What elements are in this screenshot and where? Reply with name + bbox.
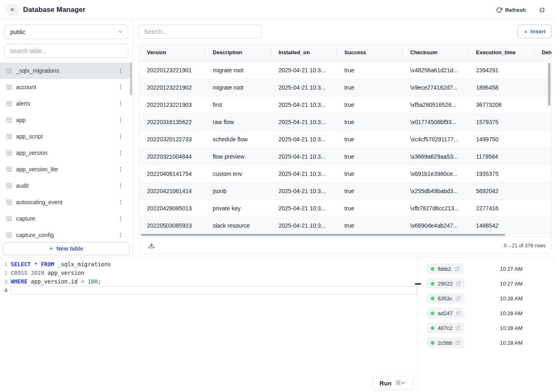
history-item-fbbb2[interactable]: fbbb210:27 AM bbox=[418, 261, 555, 276]
history-item-29022[interactable]: 2902210:27 AM bbox=[418, 276, 555, 291]
kebab-menu-icon[interactable] bbox=[117, 231, 124, 239]
table-row[interactable]: 20220421061414jsonb2025-04-21 10:3...tru… bbox=[139, 182, 552, 200]
table-search-input[interactable] bbox=[4, 44, 128, 58]
insert-row-button[interactable]: + Insert bbox=[518, 25, 552, 38]
column-header-checksum[interactable]: Checksum bbox=[402, 44, 468, 61]
history-item-ad247[interactable]: ad24710:28 AM bbox=[418, 306, 555, 321]
table-name: account bbox=[16, 84, 36, 90]
table-row[interactable]: 20220316135622raw flow2025-04-21 10:3...… bbox=[139, 113, 552, 131]
schema-select[interactable]: public bbox=[4, 25, 128, 39]
table-row[interactable]: 20220320122733schedule flow2025-04-21 10… bbox=[139, 131, 552, 148]
table-row[interactable]: 20220123221901migrate root2025-04-21 10:… bbox=[139, 62, 552, 79]
kebab-menu-icon[interactable] bbox=[117, 182, 124, 189]
table-row[interactable]: 20220321004844flow preview2025-04-21 10:… bbox=[139, 148, 552, 165]
table-cell: true bbox=[337, 131, 402, 148]
run-id-pill[interactable]: 6353c bbox=[427, 293, 464, 304]
column-header-success[interactable]: Success bbox=[337, 44, 402, 61]
external-link-icon[interactable] bbox=[455, 266, 460, 271]
code-line-4[interactable]: 4 bbox=[0, 286, 418, 295]
active-line-cursor[interactable] bbox=[11, 286, 417, 295]
external-link-icon[interactable] bbox=[456, 281, 461, 286]
horizontal-scrollbar[interactable] bbox=[141, 234, 505, 236]
column-header-version[interactable]: Version bbox=[139, 44, 205, 61]
kebab-menu-icon[interactable] bbox=[117, 215, 124, 222]
download-button[interactable] bbox=[147, 242, 156, 250]
kebab-menu-icon[interactable] bbox=[117, 133, 124, 140]
new-table-button[interactable]: + New table bbox=[3, 242, 130, 255]
history-item-487c2[interactable]: 487c210:28 AM bbox=[418, 321, 555, 335]
table-cell: true bbox=[337, 113, 402, 130]
sidebar-item-capture[interactable]: capture bbox=[0, 210, 130, 227]
vertical-scrollbar[interactable] bbox=[548, 63, 550, 106]
column-header-execution_time[interactable]: Execution_time bbox=[468, 44, 534, 61]
table-cell: \x6690de4ab247... bbox=[402, 217, 468, 234]
table-row[interactable]: 20220406141754custom env2025-04-21 10:3.… bbox=[139, 165, 552, 182]
run-id-pill[interactable]: 487c2 bbox=[427, 323, 464, 333]
table-cell: 1896458 bbox=[468, 79, 534, 96]
success-status-dot bbox=[431, 282, 434, 286]
grid-search-input[interactable] bbox=[139, 25, 262, 39]
table-cell: 5692042 bbox=[468, 182, 534, 199]
table-cell: flow preview bbox=[205, 148, 271, 165]
sidebar-item-autoscaling_event[interactable]: autoscaling_event bbox=[0, 194, 130, 210]
sidebar-item-app[interactable]: app bbox=[0, 112, 130, 128]
close-button[interactable]: × bbox=[6, 3, 19, 16]
sidebar-item-app_script[interactable]: app_script bbox=[0, 128, 130, 145]
sql-editor[interactable]: 1SELECT * FROM _sqlx_migrations2CROSS JO… bbox=[0, 258, 418, 392]
table-cell: slack resource bbox=[205, 217, 271, 234]
table-icon bbox=[6, 215, 12, 222]
run-timestamp: 10:28 AM bbox=[500, 310, 522, 316]
run-id-pill[interactable]: ad247 bbox=[427, 308, 465, 318]
run-id-pill[interactable]: fbbb2 bbox=[427, 263, 464, 274]
run-id-pill[interactable]: 29022 bbox=[427, 278, 465, 289]
external-link-icon[interactable] bbox=[455, 296, 460, 301]
table-icon bbox=[6, 117, 12, 123]
history-item-2c5bb[interactable]: 2c5bb10:28 AM bbox=[418, 335, 555, 350]
code-line-1[interactable]: 1SELECT * FROM _sqlx_migrations bbox=[0, 260, 418, 269]
new-table-label: New table bbox=[56, 245, 83, 252]
table-body: 20220123221901migrate root2025-04-21 10:… bbox=[139, 62, 552, 234]
run-id-pill[interactable]: 2c5bb bbox=[427, 337, 464, 348]
external-link-icon[interactable] bbox=[455, 325, 460, 330]
collapse-panel-button[interactable] bbox=[539, 6, 547, 14]
column-header-description[interactable]: Description bbox=[205, 44, 271, 61]
table-cell: 20220503085923 bbox=[139, 217, 205, 234]
table-cell: 20220320122733 bbox=[139, 131, 205, 148]
code-line-2[interactable]: 2CROSS JOIN app_version bbox=[0, 269, 418, 277]
table-row[interactable]: 20220123221902migrate root2025-04-21 10:… bbox=[139, 79, 552, 96]
table-cell: 2025-04-21 10:3... bbox=[271, 79, 337, 96]
sidebar-item-alerts[interactable]: alerts bbox=[0, 95, 130, 112]
sidebar-item-capture_config[interactable]: capture_config bbox=[0, 227, 130, 242]
kebab-menu-icon[interactable] bbox=[117, 116, 124, 124]
sidebar-item-_sqlx_migrations[interactable]: _sqlx_migrations bbox=[0, 62, 130, 79]
sidebar-item-app_version[interactable]: app_version bbox=[0, 145, 130, 161]
column-header-installed_on[interactable]: Installed_on bbox=[271, 44, 337, 61]
table-row[interactable]: 20220503085923slack resource2025-04-21 1… bbox=[139, 217, 552, 234]
schema-select-value: public bbox=[10, 29, 26, 35]
external-link-icon[interactable] bbox=[456, 311, 461, 316]
table-header-row: VersionDescriptionInstalled_onSuccessChe… bbox=[139, 44, 552, 62]
kebab-menu-icon[interactable] bbox=[117, 166, 124, 173]
table-cell: 20220421061414 bbox=[139, 182, 205, 199]
code-line-3[interactable]: 3WHERE app_version.id < 100; bbox=[0, 277, 418, 286]
table-row[interactable]: 20220123221903first2025-04-21 10:3...tru… bbox=[139, 96, 552, 113]
history-item-6353c[interactable]: 6353c10:28 AM bbox=[418, 291, 555, 306]
table-cell: 2025-04-21 10:3... bbox=[271, 200, 337, 217]
kebab-menu-icon[interactable] bbox=[117, 67, 124, 74]
sidebar-scrollbar[interactable] bbox=[130, 62, 132, 95]
kebab-menu-icon[interactable] bbox=[117, 198, 124, 206]
sidebar-item-account[interactable]: account bbox=[0, 79, 130, 95]
table-icon bbox=[6, 84, 12, 90]
table-name: autoscaling_event bbox=[16, 199, 63, 205]
refresh-button[interactable]: Refresh bbox=[496, 0, 526, 20]
sidebar-item-audit[interactable]: audit bbox=[0, 178, 130, 194]
kebab-menu-icon[interactable] bbox=[117, 100, 124, 107]
sidebar-item-app_version_lite[interactable]: app_version_lite bbox=[0, 161, 130, 178]
table-row[interactable]: 20220428085013private key2025-04-21 10:3… bbox=[139, 200, 552, 217]
external-link-icon[interactable] bbox=[455, 340, 460, 345]
run-button[interactable]: Run ⌘↵ bbox=[372, 376, 413, 390]
column-header-dele[interactable]: Dele bbox=[534, 44, 552, 61]
kebab-menu-icon[interactable] bbox=[117, 83, 124, 91]
kebab-menu-icon[interactable] bbox=[117, 149, 124, 157]
table-footer: 0→21 of 376 rows bbox=[139, 237, 552, 254]
